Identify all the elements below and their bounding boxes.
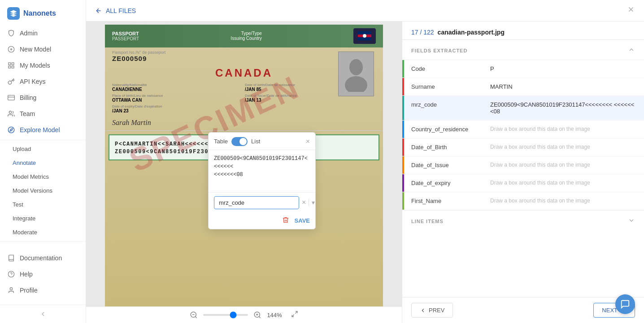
sidebar-item-billing[interactable]: Billing (0, 90, 86, 106)
sidebar-sub-annotate[interactable]: Annotate (0, 156, 86, 170)
svg-rect-3 (9, 63, 11, 65)
toggle-switch[interactable] (231, 137, 248, 146)
field-row-surname[interactable]: Surname MARTIN (402, 78, 644, 96)
bottom-nav: PREV NEXT (402, 297, 644, 323)
new-model-label: New Model (20, 46, 51, 53)
test-label: Test (13, 201, 23, 208)
fields-section: FIELDS EXTRACTED Code P Sur (402, 40, 644, 297)
sidebar-item-team[interactable]: Team (0, 106, 86, 122)
sidebar-item-help[interactable]: Help (0, 266, 86, 282)
back-label: ALL FILES (106, 7, 136, 14)
svg-line-23 (196, 316, 197, 318)
prev-button[interactable]: PREV (411, 303, 453, 318)
zoom-in-btn[interactable] (253, 311, 261, 319)
back-button[interactable]: ALL FILES (95, 7, 136, 14)
close-button[interactable] (627, 5, 635, 16)
zoom-slider[interactable] (203, 314, 248, 316)
field-value-surname: MARTIN (490, 83, 513, 90)
sidebar-item-my-models[interactable]: My Models (0, 57, 86, 73)
svg-point-10 (8, 127, 14, 133)
annotation-clear-btn[interactable]: × (302, 198, 306, 207)
svg-point-17 (349, 59, 363, 75)
fullscreen-btn[interactable] (291, 310, 298, 319)
topbar: ALL FILES (86, 0, 644, 22)
fields-section-toggle[interactable] (628, 46, 635, 55)
svg-line-30 (292, 314, 294, 317)
line-items-header: LINE ITEMS (402, 211, 644, 232)
field-content-doe: Date_of_expiry Draw a box around this da… (404, 174, 644, 192)
annotation-field-input[interactable] (214, 196, 299, 209)
model-versions-label: Model Versions (13, 187, 52, 194)
field-name-surname: Surname (411, 83, 483, 90)
sidebar-sub-upload[interactable]: Upload (0, 142, 86, 156)
prev-arrow-icon (420, 307, 426, 314)
sidebar-item-explore-model[interactable]: Explore Model (0, 122, 86, 138)
sidebar-sub-model-metrics[interactable]: Model Metrics (0, 170, 86, 184)
sidebar-item-new-model[interactable]: New Model (0, 41, 86, 57)
field-value-firstname: Draw a box around this data on the image (490, 198, 590, 204)
field-value-code: P (490, 65, 494, 72)
annotation-delete-btn[interactable] (282, 216, 289, 225)
svg-line-26 (259, 316, 261, 318)
explore-model-label: Explore Model (20, 126, 60, 134)
annotation-actions: SAVE (209, 213, 315, 229)
sidebar-bottom: Documentation Help Profile (0, 250, 86, 298)
sidebar: Nanonets Admin New Model My Models API K… (0, 0, 86, 323)
logo-area[interactable]: Nanonets (0, 0, 86, 25)
field-content-mrz: mrz_code ZE000509<9CAN8501019F2301147<<<… (404, 96, 644, 120)
file-info: 17 / 122 canadian-passport.jpg (411, 29, 635, 36)
field-name-firstname: First_Name (411, 198, 483, 204)
field-row-firstname[interactable]: First_Name Draw a box around this data o… (402, 192, 644, 210)
annotation-dropdown-btn[interactable]: ▾ (309, 199, 315, 206)
annotation-textarea[interactable]: ZE000509<9CAN8501019F2301147<<<<<<< <<<<… (209, 150, 315, 190)
line-items-toggle[interactable] (628, 217, 635, 226)
book-icon (7, 254, 15, 262)
passport-viewer[interactable]: PASSPORT PASSEPORT Type/Type Issuing Cou… (86, 22, 402, 323)
field-row-mrz-code[interactable]: mrz_code ZE000509<9CAN8501019F2301147<<<… (402, 96, 644, 121)
sidebar-sub-moderate[interactable]: Moderate (0, 225, 86, 239)
field-content-surname: Surname MARTIN (404, 78, 644, 95)
help-circle-icon (7, 270, 15, 278)
field-row-doe[interactable]: Date_of_expiry Draw a box around this da… (402, 174, 644, 192)
sidebar-sub-model-versions[interactable]: Model Versions (0, 184, 86, 198)
file-counter: 17 / 122 (411, 29, 434, 36)
field-name-mrz: mrz_code (411, 101, 483, 108)
field-row-country[interactable]: Country_of_residence Draw a box around t… (402, 121, 644, 138)
sidebar-item-profile[interactable]: Profile (0, 282, 86, 298)
help-label: Help (20, 271, 33, 278)
sidebar-divider (0, 140, 86, 140)
integrate-label: Integrate (13, 215, 35, 222)
sidebar-sub-test[interactable]: Test (0, 198, 86, 211)
field-row-dob[interactable]: Date_of_Birth Draw a box around this dat… (402, 138, 644, 156)
logo-icon (7, 7, 20, 20)
svg-point-14 (10, 288, 12, 290)
field-name-dob: Date_of_Birth (411, 144, 483, 151)
right-panel: 17 / 122 canadian-passport.jpg FIELDS EX… (402, 22, 644, 323)
svg-rect-7 (8, 95, 15, 100)
sidebar-divider-2 (0, 241, 86, 241)
prev-label: PREV (429, 307, 444, 314)
sidebar-item-admin[interactable]: Admin (0, 25, 86, 41)
documentation-label: Documentation (20, 254, 62, 262)
table-label: Table (214, 138, 228, 145)
right-panel-header: 17 / 122 canadian-passport.jpg (402, 22, 644, 40)
sidebar-item-api-keys[interactable]: API Keys (0, 73, 86, 90)
popup-close-btn[interactable]: × (306, 138, 310, 146)
close-icon (627, 5, 635, 13)
annotation-save-btn[interactable]: SAVE (295, 217, 310, 224)
svg-marker-11 (10, 129, 13, 131)
zoom-out-btn[interactable] (190, 311, 198, 319)
field-row-doi[interactable]: Date_of_Issue Draw a box around this dat… (402, 156, 644, 174)
field-value-mrz: ZE000509<9CAN8501019F2301147<<<<<<<< <<<… (490, 101, 637, 115)
svg-point-9 (9, 111, 11, 113)
credit-card-icon (7, 94, 15, 102)
admin-label: Admin (20, 30, 38, 37)
team-label: Team (20, 110, 35, 117)
field-name-code: Code (411, 65, 483, 72)
field-content-doi: Date_of_Issue Draw a box around this dat… (404, 156, 644, 174)
sidebar-item-documentation[interactable]: Documentation (0, 250, 86, 266)
field-row-code[interactable]: Code P (402, 60, 644, 78)
sidebar-sub-integrate[interactable]: Integrate (0, 211, 86, 225)
sidebar-collapse-btn[interactable] (0, 305, 86, 323)
chat-button[interactable] (615, 294, 635, 314)
